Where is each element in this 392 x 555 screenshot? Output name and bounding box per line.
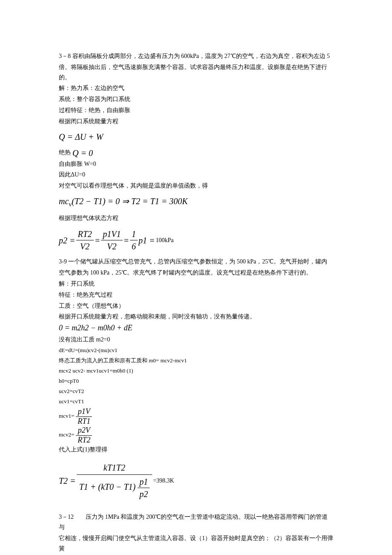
p1-tail: p1 = xyxy=(138,234,155,246)
result-398k: =398.3K xyxy=(153,477,174,485)
result-100kpa: 100kPa xyxy=(156,236,174,245)
eq-sign2: = xyxy=(124,234,130,246)
equation-p2: p2 = RT2 V2 = p1V1 V2 = 1 6 p1 = 100kPa xyxy=(59,228,174,252)
frac-1-6: 1 6 xyxy=(130,228,138,252)
frac-p1v-rt1: p1V RT1 xyxy=(76,407,92,426)
p38-line6: 根据闭口系统能量方程 xyxy=(59,116,333,127)
equation-mcv: mcv(T2 − T1) = 0 ⇒ T2 = T1 = 300K xyxy=(59,195,333,209)
p39-line6: 根据开口系统能量方程，忽略动能和未能，同时没有轴功，没有热量传递。 xyxy=(59,312,333,322)
frac-p2v-rt2: p2V RT2 xyxy=(76,426,92,445)
p39-line13: ucv1=cvT1 xyxy=(59,397,333,406)
p39-line4: 特征：绝热充气过程 xyxy=(59,290,333,300)
frac-p1-p2: p1 p2 xyxy=(138,476,150,500)
equation-open-system: 0 = m2h2 − m0h0 + dE xyxy=(59,324,333,333)
p38-line2: 倍。将隔板抽出后，空气迅速膨胀充满整个容器。试求容器内最终压力和温度。设膨胀是在… xyxy=(59,62,333,83)
frac-p1v1-v2: p1V1 V2 xyxy=(101,228,122,252)
frac-den: p2 xyxy=(138,488,150,500)
p38-line8: 自由膨胀 W=0 xyxy=(59,159,333,169)
p312-line1: 3－12 压力为 1MPa 和温度为 200℃的空气在一主管道中稳定流动。现以一… xyxy=(59,512,333,532)
p39-line9: 终态工质为流入的工质和原有工质和 m0= mcv2-mcv1 xyxy=(59,356,333,365)
p39-line14: 代入上式(1)整理得 xyxy=(59,445,333,455)
eq-sign: = xyxy=(95,234,101,246)
p312-line2: 它相连，慢慢开启阀门使空气从主管道流入容器。设（1）容器开始时是真空的；（2）容… xyxy=(59,533,333,554)
p38-line3: 解：热力系：左边的空气 xyxy=(59,83,333,93)
frac-num: p1V1 xyxy=(101,228,122,240)
frac-den: T1 + (kT0 − T1) p1 p2 xyxy=(77,475,153,501)
eq3-mid: (T2 − T1) = 0 ⇒ T2 = T1 = 300K xyxy=(72,197,187,206)
p39-line8: dE=dU=(mu)cv2-(mu)cv1 xyxy=(59,346,333,355)
frac-num: p2V xyxy=(76,426,92,436)
frac-den: RT1 xyxy=(76,417,92,426)
equation-q-zero: Q = 0 xyxy=(72,147,93,159)
frac-den: V2 xyxy=(76,240,94,252)
equation-t2: T2 = kT1T2 T1 + (kT0 − T1) p1 p2 =398.3K xyxy=(59,461,174,501)
equation-q-du-w: Q = ΔU + W xyxy=(59,131,333,143)
t2-lhs: T2 = xyxy=(59,475,76,487)
p39-line12: ucv2=cvT2 xyxy=(59,387,333,396)
mcv1-label: mcv1= xyxy=(59,411,74,421)
p38-line9: 因此ΔU=0 xyxy=(59,170,333,180)
frac-den: V2 xyxy=(101,240,122,252)
p38-line7a: 绝热 xyxy=(59,147,71,158)
frac-den: 6 xyxy=(130,240,138,252)
eq3-left: mc xyxy=(59,197,69,206)
den-left: T1 + (kT0 − T1) xyxy=(79,482,136,491)
p38-line11: 根据理想气体状态方程 xyxy=(59,213,333,223)
p38-line10: 对空气可以看作理想气体，其内能是温度的单值函数，得 xyxy=(59,181,333,191)
frac-num: RT2 xyxy=(76,228,94,240)
mcv2-label: mcv2= xyxy=(59,430,74,439)
p39-line1: 3-9 一个储气罐从压缩空气总管充气，总管内压缩空气参数恒定，为 500 kPa… xyxy=(59,257,333,267)
p2-lhs: p2 = xyxy=(59,234,75,246)
p39-line10: mcv2 ucv2- mcv1ucv1=m0h0 (1) xyxy=(59,366,333,376)
frac-num: 1 xyxy=(130,228,138,240)
p39-line2: 空气参数为 100 kPa，25℃。求充气终了时罐内空气的温度。设充气过程是在绝… xyxy=(59,268,333,278)
p39-line7: 没有流出工质 m2=0 xyxy=(59,335,333,345)
frac-rt2-v2: RT2 V2 xyxy=(76,228,94,252)
p38-line4: 系统：整个容器为闭口系统 xyxy=(59,94,333,104)
p38-line5: 过程特征：绝热，自由膨胀 xyxy=(59,105,333,116)
p39-line5: 工质：空气（理想气体） xyxy=(59,301,333,311)
frac-num: p1V xyxy=(76,407,92,417)
p39-line11: h0=cpT0 xyxy=(59,376,333,386)
frac-num: p1 xyxy=(138,476,150,488)
frac-num: kT1T2 xyxy=(77,461,153,475)
frac-den: RT2 xyxy=(76,436,92,445)
p38-line1: 3－8 容积由隔板分成两部分，左边盛有压力为 600kPa，温度为 27℃的空气… xyxy=(59,51,333,61)
frac-t2: kT1T2 T1 + (kT0 − T1) p1 p2 xyxy=(77,461,153,501)
p39-line3: 解：开口系统 xyxy=(59,279,333,289)
